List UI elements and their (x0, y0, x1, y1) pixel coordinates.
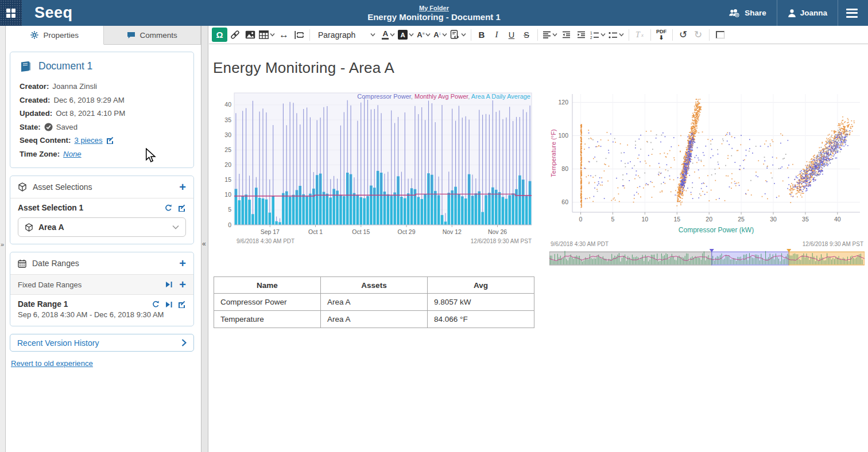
time-zone-link[interactable]: None (63, 150, 82, 158)
document-title: Document 1 (38, 60, 92, 72)
chevron-down-icon (370, 33, 375, 37)
svg-text:35: 35 (224, 116, 231, 123)
share-button[interactable]: Share (718, 0, 777, 26)
refresh-icon[interactable] (152, 300, 160, 309)
refresh-icon[interactable] (164, 204, 173, 212)
link-button[interactable] (228, 28, 242, 42)
revert-old-experience-link[interactable]: Revert to old experience (11, 359, 93, 368)
seeq-content-link[interactable]: 3 pieces (74, 136, 102, 145)
tab-properties-label: Properties (43, 31, 79, 40)
collapse-left-icon[interactable]: « (202, 240, 206, 248)
field-updated: Updated:Oct 8, 2021 4:10 PM (20, 107, 184, 120)
bold-button[interactable]: B (475, 28, 489, 42)
hamburger-menu-button[interactable] (838, 9, 868, 18)
svg-text:30: 30 (770, 216, 777, 223)
tab-comments[interactable]: Comments (104, 26, 202, 44)
svg-text:15: 15 (673, 216, 680, 223)
svg-text:Oct 1: Oct 1 (308, 228, 323, 235)
page-break-button[interactable] (292, 28, 306, 42)
line-height-button[interactable]: A↕ (432, 28, 448, 42)
add-asset-selection-button[interactable]: + (179, 181, 186, 193)
app-grid-button[interactable] (0, 0, 22, 26)
tab-comments-label: Comments (140, 31, 177, 40)
indent-button[interactable] (574, 28, 588, 42)
scatter-chart[interactable]: 60801001200510152025303540Compressor Pow… (549, 91, 865, 235)
italic-button[interactable]: I (490, 28, 504, 42)
asset-select-dropdown[interactable]: Area A (18, 217, 186, 237)
background-color-button[interactable]: A (397, 28, 415, 42)
edit-icon[interactable] (106, 137, 114, 145)
scatter-chart-content[interactable]: 60801001200510152025303540Compressor Pow… (549, 91, 865, 268)
bar-chart[interactable]: 0510152025303540Sep 17Oct 1Oct 15Oct 29N… (217, 89, 536, 246)
outdent-button[interactable] (559, 28, 574, 42)
expand-right-icon[interactable]: » (1, 241, 4, 248)
asset-selections-title: Asset Selections (33, 182, 92, 192)
recent-version-history-button[interactable]: Recent Version History (10, 334, 194, 352)
sidebar-splitter[interactable]: « (201, 26, 208, 452)
svg-text:30: 30 (224, 131, 231, 138)
journal-icon (20, 61, 32, 72)
document-heading[interactable]: Energy Monitoring - Area A (213, 59, 868, 77)
user-label: Joanna (800, 9, 827, 17)
check-circle-icon (44, 123, 53, 131)
share-users-icon (728, 9, 741, 18)
paragraph-style-select[interactable]: Paragraph (313, 30, 380, 40)
bar-chart-content[interactable]: 0510152025303540Sep 17Oct 1Oct 15Oct 29N… (217, 89, 536, 248)
undo-button[interactable]: ↺ (676, 28, 691, 42)
insert-seeq-content-button[interactable]: Ω (212, 28, 227, 42)
align-button[interactable] (541, 28, 559, 42)
editor-region: Ω ↔ Paragraph A A A≡ (209, 26, 868, 452)
svg-text:120: 120 (558, 99, 568, 106)
fixed-date-ranges-label: Fixed Date Ranges (18, 280, 82, 289)
svg-text:12/6/2018 9:30 AM PST: 12/6/2018 9:30 AM PST (471, 238, 532, 244)
fixed-width-view-button[interactable] (713, 28, 727, 42)
seeq-logo[interactable]: Seeq (34, 4, 73, 22)
breadcrumb[interactable]: My Folder (419, 5, 449, 11)
horizontal-rule-button[interactable]: ↔ (277, 28, 291, 42)
comment-icon (127, 32, 135, 39)
left-collapse-rail[interactable]: » (0, 26, 6, 452)
step-to-end-icon[interactable] (165, 281, 173, 288)
table-row[interactable]: TemperatureArea A84.066 °F (214, 311, 534, 328)
svg-text:40: 40 (834, 216, 841, 223)
asset-selections-card: Asset Selections + Asset Selection 1 (10, 176, 194, 244)
font-size-button[interactable]: A≡ (416, 28, 432, 42)
clear-formatting-button: Tx (633, 28, 647, 42)
export-pdf-button[interactable]: PDF⬇ (654, 28, 669, 42)
edit-icon[interactable] (178, 204, 186, 212)
strikethrough-button[interactable]: S (520, 28, 534, 42)
edit-icon[interactable] (178, 301, 186, 309)
svg-text:Compressor Power (kW): Compressor Power (kW) (679, 226, 754, 234)
date-ranges-title: Date Ranges (32, 259, 79, 268)
chevron-down-icon (270, 33, 275, 37)
summary-table[interactable]: Name Assets Avg Compressor PowerArea A9.… (214, 276, 534, 328)
tab-properties[interactable]: Properties (6, 26, 104, 45)
chevron-down-icon (172, 225, 179, 229)
step-to-end-icon[interactable] (165, 301, 173, 308)
svg-text:35: 35 (802, 216, 809, 223)
insert-template-button[interactable] (449, 28, 467, 42)
bullet-list-button[interactable] (607, 28, 625, 42)
user-menu-button[interactable]: Joanna (777, 0, 838, 26)
field-time-zone: Time Zone: None (20, 147, 184, 161)
page-title: Energy Monitoring - Document 1 (367, 12, 501, 22)
field-seeq-content: Seeq Content: 3 pieces (20, 134, 184, 147)
svg-text:100: 100 (558, 132, 568, 139)
sidebar-tabs: Properties Comments (6, 26, 201, 45)
add-fixed-date-range-button[interactable]: + (179, 279, 186, 290)
font-color-button[interactable]: A (381, 28, 396, 42)
document-canvas[interactable]: Energy Monitoring - Area A 0510152025303… (209, 45, 868, 452)
underline-button[interactable]: U (505, 28, 519, 42)
calendar-icon (18, 259, 26, 268)
state-value: Saved (56, 123, 78, 131)
table-row[interactable]: Compressor PowerArea A9.8057 kW (214, 294, 534, 311)
table-button[interactable] (258, 28, 276, 42)
scatter-end-time: 12/6/2018 9:30 AM PST (803, 241, 863, 247)
range-strip-chart[interactable] (549, 249, 865, 266)
image-button[interactable] (243, 28, 257, 42)
numbered-list-button[interactable]: 12 (589, 28, 607, 42)
add-date-range-button[interactable]: + (179, 258, 186, 269)
document-properties-card: Document 1 Creator:Joanna Zinsli Created… (10, 52, 194, 168)
cube-icon (25, 223, 33, 232)
svg-text:2: 2 (590, 35, 592, 39)
